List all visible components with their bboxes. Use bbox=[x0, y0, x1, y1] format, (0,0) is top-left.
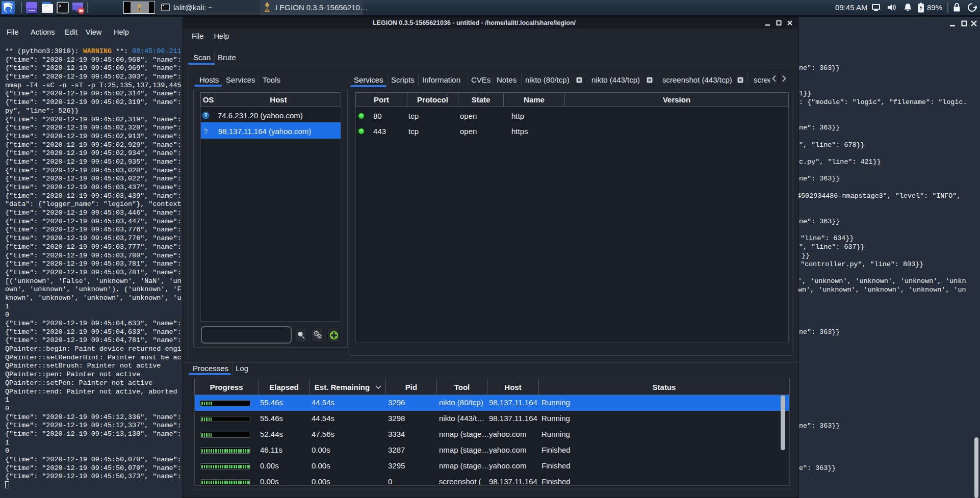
svg-text:?: ? bbox=[204, 112, 207, 118]
